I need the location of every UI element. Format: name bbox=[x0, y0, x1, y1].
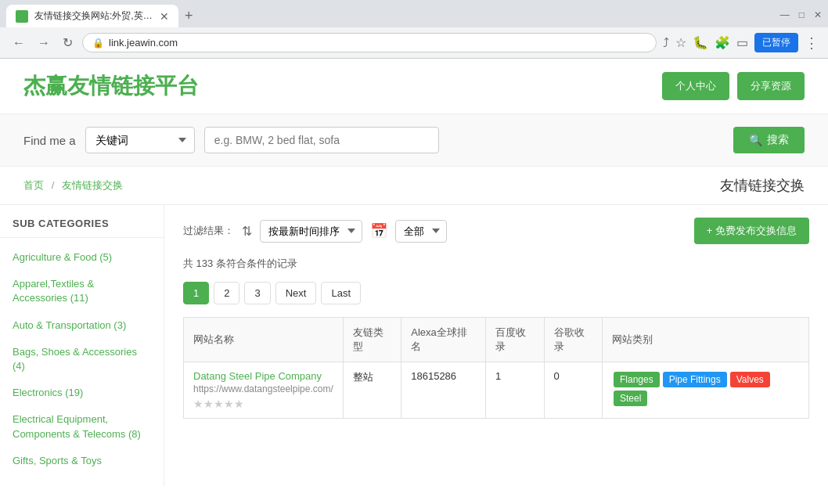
col-category: 网站类别 bbox=[602, 318, 808, 362]
page-2-btn[interactable]: 2 bbox=[214, 282, 239, 304]
breadcrumb: 首页 / 友情链接交换 友情链接交换 bbox=[0, 167, 828, 205]
main-layout: SUB CATEGORIES Agriculture & Food (5) Ap… bbox=[0, 205, 828, 487]
address-bar: ← → ↻ 🔒 link.jeawin.com ⤴ ☆ 🐛 🧩 ▭ 已暂停 ⋮ bbox=[0, 27, 828, 58]
pagination: 1 2 3 Next Last bbox=[183, 282, 809, 304]
extension-button[interactable]: 已暂停 bbox=[754, 33, 798, 52]
main-content: 过滤结果： ⇅ 按最新时间排序 📅 全部 + 免费发布交换信息 共 133 条符… bbox=[164, 205, 828, 487]
col-link-type: 友链类型 bbox=[343, 318, 401, 362]
sidebar-item-electronics[interactable]: Electronics (19) bbox=[0, 380, 164, 406]
sort-select[interactable]: 按最新时间排序 bbox=[260, 220, 362, 243]
date-filter-select[interactable]: 全部 bbox=[395, 220, 447, 243]
last-page-btn[interactable]: Last bbox=[321, 282, 361, 304]
page-wrapper: 杰赢友情链接平台 个人中心 分享资源 Find me a 关键词 🔍 搜索 首页… bbox=[0, 59, 828, 497]
sidebar-item-electrical[interactable]: Electrical Equipment, Components & Telec… bbox=[0, 406, 164, 447]
puzzle-icon[interactable]: 🧩 bbox=[715, 35, 730, 50]
filter-icon: ⇅ bbox=[242, 224, 252, 239]
site-name-link[interactable]: Datang Steel Pipe Company bbox=[193, 370, 322, 382]
site-url: https://www.datangsteelpipe.com/ bbox=[193, 383, 333, 394]
search-button[interactable]: 🔍 搜索 bbox=[733, 127, 805, 153]
reload-button[interactable]: ↻ bbox=[59, 32, 76, 53]
category-tag: Pipe Fittings bbox=[663, 372, 727, 387]
url-text: link.jeawin.com bbox=[109, 37, 646, 49]
col-google: 谷歌收录 bbox=[544, 318, 602, 362]
personal-center-btn[interactable]: 个人中心 bbox=[662, 72, 729, 100]
sidebar-item-agriculture[interactable]: Agriculture & Food (5) bbox=[0, 244, 164, 271]
share-resource-btn[interactable]: 分享资源 bbox=[737, 72, 805, 100]
toolbar-icons: ⤴ ☆ 🐛 🧩 ▭ 已暂停 ⋮ bbox=[663, 33, 819, 52]
table-header-row: 网站名称 友链类型 Alexa全球排名 百度收录 谷歌收录 网站类别 bbox=[184, 318, 809, 362]
close-btn[interactable]: ✕ bbox=[814, 9, 822, 20]
cell-site-name: Datang Steel Pipe Companyhttps://www.dat… bbox=[184, 362, 344, 419]
lock-icon: 🔒 bbox=[92, 38, 104, 49]
back-button[interactable]: ← bbox=[9, 33, 28, 53]
breadcrumb-nav: 首页 / 友情链接交换 bbox=[23, 178, 123, 193]
maximize-btn[interactable]: □ bbox=[799, 9, 805, 20]
star-icon[interactable]: ☆ bbox=[675, 35, 686, 50]
col-baidu: 百度收录 bbox=[486, 318, 544, 362]
page-1-btn[interactable]: 1 bbox=[183, 282, 209, 304]
browser-chrome: 友情链接交换网站:外贸,英文,谷... ✕ + — □ ✕ ← → ↻ 🔒 li… bbox=[0, 0, 828, 59]
category-tag: Valves bbox=[730, 372, 770, 387]
search-label: Find me a bbox=[23, 134, 76, 147]
bug-icon[interactable]: 🐛 bbox=[693, 35, 708, 50]
sidebar-item-bags[interactable]: Bags, Shoes & Accessories (4) bbox=[0, 339, 164, 380]
share-icon[interactable]: ⤴ bbox=[663, 36, 669, 50]
publish-exchange-btn[interactable]: + 免费发布交换信息 bbox=[694, 218, 809, 244]
col-alexa: Alexa全球排名 bbox=[401, 318, 486, 362]
site-header: 杰赢友情链接平台 个人中心 分享资源 bbox=[0, 59, 828, 114]
url-box[interactable]: 🔒 link.jeawin.com bbox=[82, 33, 657, 52]
search-type-select[interactable]: 关键词 bbox=[85, 127, 195, 153]
filter-label: 过滤结果： bbox=[183, 224, 234, 238]
menu-button[interactable]: ⋮ bbox=[805, 34, 819, 52]
active-tab[interactable]: 友情链接交换网站:外贸,英文,谷... ✕ bbox=[6, 5, 178, 27]
search-section: Find me a 关键词 🔍 搜索 bbox=[0, 114, 828, 167]
sidebar-item-gifts[interactable]: Gifts, Sports & Toys bbox=[0, 448, 164, 474]
category-tag: Flanges bbox=[614, 372, 660, 387]
site-logo: 杰赢友情链接平台 bbox=[23, 71, 199, 101]
sidebar-item-auto[interactable]: Auto & Transportation (3) bbox=[0, 312, 164, 339]
table-body: Datang Steel Pipe Companyhttps://www.dat… bbox=[184, 362, 809, 419]
tab-favicon bbox=[16, 10, 28, 23]
tab-title: 友情链接交换网站:外贸,英文,谷... bbox=[34, 9, 153, 23]
header-buttons: 个人中心 分享资源 bbox=[662, 72, 805, 100]
table-header: 网站名称 友链类型 Alexa全球排名 百度收录 谷歌收录 网站类别 bbox=[184, 318, 809, 362]
category-tag: Steel bbox=[614, 391, 647, 406]
breadcrumb-home[interactable]: 首页 bbox=[23, 179, 44, 191]
star-rating: ★★★★★ bbox=[193, 398, 333, 410]
col-site-name: 网站名称 bbox=[184, 318, 344, 362]
page-section-title: 友情链接交换 bbox=[720, 176, 805, 195]
tab-bar: 友情链接交换网站:外贸,英文,谷... ✕ + — □ ✕ bbox=[0, 0, 828, 27]
minimize-btn[interactable]: — bbox=[780, 9, 790, 20]
record-count: 共 133 条符合条件的记录 bbox=[183, 257, 809, 271]
next-page-btn[interactable]: Next bbox=[275, 282, 317, 304]
breadcrumb-current[interactable]: 友情链接交换 bbox=[62, 179, 123, 191]
sidebar: SUB CATEGORIES Agriculture & Food (5) Ap… bbox=[0, 205, 164, 487]
tab-close-btn[interactable]: ✕ bbox=[160, 10, 169, 23]
forward-button[interactable]: → bbox=[34, 33, 53, 53]
page-3-btn[interactable]: 3 bbox=[244, 282, 270, 304]
cell-google: 0 bbox=[544, 362, 602, 419]
table-row: Datang Steel Pipe Companyhttps://www.dat… bbox=[184, 362, 809, 419]
new-tab-button[interactable]: + bbox=[185, 8, 193, 24]
cell-baidu: 1 bbox=[486, 362, 544, 419]
filter-bar: 过滤结果： ⇅ 按最新时间排序 📅 全部 + 免费发布交换信息 bbox=[183, 218, 809, 244]
sidebar-title: SUB CATEGORIES bbox=[0, 218, 164, 238]
cell-link-type: 整站 bbox=[343, 362, 401, 419]
cast-icon[interactable]: ▭ bbox=[736, 35, 748, 50]
breadcrumb-separator: / bbox=[52, 179, 55, 191]
cell-alexa: 18615286 bbox=[401, 362, 486, 419]
search-icon: 🔍 bbox=[749, 134, 762, 146]
search-input[interactable] bbox=[204, 127, 439, 153]
calendar-icon[interactable]: 📅 bbox=[370, 222, 387, 239]
data-table: 网站名称 友链类型 Alexa全球排名 百度收录 谷歌收录 网站类别 Datan… bbox=[183, 317, 809, 419]
sidebar-item-apparel[interactable]: Apparel,Textiles & Accessories (11) bbox=[0, 271, 164, 311]
window-controls: — □ ✕ bbox=[780, 9, 822, 23]
cell-tags: FlangesPipe FittingsValvesSteel bbox=[602, 362, 808, 419]
